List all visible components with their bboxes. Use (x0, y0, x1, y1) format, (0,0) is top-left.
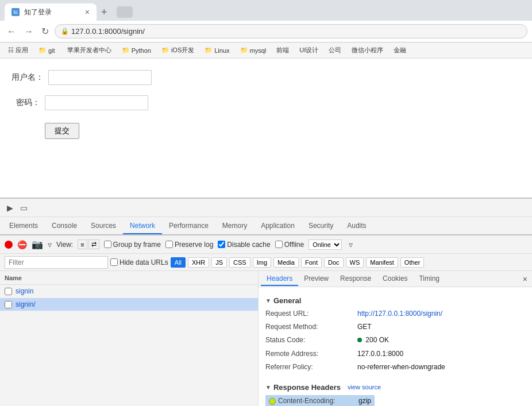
remote-address-key: Remote Address: (265, 349, 357, 359)
filter-doc-button[interactable]: Doc (324, 257, 344, 268)
offline-checkbox[interactable]: Offline (275, 241, 304, 249)
forward-button[interactable]: → (22, 25, 36, 38)
bookmark-python[interactable]: 📁 Python (118, 45, 155, 55)
lock-icon: 🔒 (61, 28, 69, 35)
filter-manifest-button[interactable]: Manifest (366, 257, 398, 268)
url-box[interactable]: 🔒 127.0.0.1:8000/signin/ (55, 24, 527, 38)
bookmark-ui[interactable]: UI设计 (296, 45, 322, 56)
table-row[interactable]: signin (0, 285, 258, 298)
filter-font-button[interactable]: Font (301, 257, 322, 268)
network-list-header: Name (0, 271, 258, 285)
request-url-row: Request URL: http://127.0.0.1:8000/signi… (265, 307, 525, 320)
group-by-frame-checkbox[interactable]: Group by frame (104, 241, 161, 249)
request-url-value: http://127.0.0.1:8000/signin/ (357, 308, 442, 319)
password-input[interactable] (45, 95, 148, 110)
filter-input[interactable] (5, 256, 108, 269)
username-input[interactable] (48, 70, 152, 85)
bookmark-ios[interactable]: 📁 iOS开发 (158, 45, 198, 56)
clear-button[interactable]: ⛔ (17, 240, 27, 249)
filter-xhr-button[interactable]: XHR (188, 257, 209, 268)
tab-extra (117, 6, 133, 18)
request-method-key: Request Method: (265, 322, 357, 332)
response-headers-section-header[interactable]: ▼ Response Headers view source (265, 383, 525, 392)
hide-data-urls-checkbox[interactable]: Hide data URLs (110, 258, 168, 266)
bookmark-apps[interactable]: ☷ 应用 (5, 45, 32, 56)
tab-audits[interactable]: Audits (340, 218, 373, 234)
bookmark-company[interactable]: 公司 (325, 45, 345, 56)
bookmark-git[interactable]: 📁 git (35, 45, 59, 55)
filter-js-button[interactable]: JS (211, 257, 227, 268)
filter-img-button[interactable]: Img (253, 257, 271, 268)
bookmark-linux[interactable]: 📁 Linux (201, 45, 233, 55)
throttle-select[interactable]: Online (309, 239, 342, 250)
general-section-title: General (273, 296, 301, 305)
filter-button[interactable]: ▿ (48, 240, 52, 249)
row-checkbox-signin[interactable] (5, 288, 12, 295)
apps-icon: ☷ (8, 47, 14, 54)
disable-cache-checkbox[interactable]: Disable cache (218, 241, 270, 249)
table-row[interactable]: signin/ (0, 298, 258, 311)
tab-elements[interactable]: Elements (2, 218, 45, 234)
devtools-filter2-bar: Hide data URLs All XHR JS CSS Img Media … (0, 254, 532, 271)
submit-button[interactable]: 提交 (45, 123, 79, 139)
bookmark-finance[interactable]: 金融 (390, 45, 410, 56)
row-name-signin-slash: signin/ (16, 300, 36, 308)
detail-tab-cookies[interactable]: Cookies (377, 272, 413, 286)
general-section-header[interactable]: ▼ General (265, 296, 525, 305)
detail-close-button[interactable]: × (523, 274, 527, 284)
record-button[interactable] (5, 241, 13, 249)
tab-memory[interactable]: Memory (215, 218, 254, 234)
reload-button[interactable]: ↻ (39, 25, 51, 38)
bookmark-wechat[interactable]: 微信小程序 (348, 45, 387, 56)
page-content: 用户名： 密码： 提交 (0, 59, 532, 198)
tab-network[interactable]: Network (123, 218, 162, 234)
inspect-element-button[interactable]: ▶ (5, 202, 16, 214)
hide-data-urls-label: Hide data URLs (119, 258, 168, 266)
tab-favicon: 知 (11, 8, 20, 16)
view-compact-button[interactable]: ⇄ (88, 239, 99, 249)
remote-address-value: 127.0.0.1:8000 (357, 349, 403, 359)
view-list-button[interactable]: ≡ (78, 239, 87, 249)
row-checkbox-signin-slash[interactable] (5, 301, 12, 308)
browser-tab[interactable]: 知 知了登录 × (5, 3, 97, 21)
tab-sources[interactable]: Sources (84, 218, 123, 234)
screenshot-button[interactable]: 📷 (32, 239, 43, 250)
status-green-dot (357, 338, 362, 342)
preserve-log-label: Preserve log (175, 241, 213, 249)
detail-tab-headers[interactable]: Headers (261, 272, 298, 286)
filter-css-button[interactable]: CSS (229, 257, 250, 268)
filter-other-button[interactable]: Other (400, 257, 425, 268)
bookmark-frontend[interactable]: 前端 (273, 45, 292, 56)
filter-media-button[interactable]: Media (273, 257, 299, 268)
username-row: 用户名： (11, 70, 521, 85)
devtools-toolbar: ▶ ▭ (0, 199, 532, 217)
folder-icon-ios: 📁 (161, 47, 169, 54)
tab-close-button[interactable]: × (85, 8, 90, 16)
network-rows: signin signin/ (0, 285, 258, 406)
view-source-link[interactable]: view source (348, 384, 381, 390)
filter-ws-button[interactable]: WS (346, 257, 364, 268)
preserve-log-checkbox[interactable]: Preserve log (165, 241, 213, 249)
tab-console[interactable]: Console (45, 218, 84, 234)
new-tab-button[interactable]: + (97, 6, 112, 18)
tab-security[interactable]: Security (302, 218, 340, 234)
disable-cache-label: Disable cache (227, 241, 270, 249)
filter-all-button[interactable]: All (171, 257, 186, 268)
throttle-chevron[interactable]: ▿ (346, 239, 355, 250)
tab-application[interactable]: Application (254, 218, 302, 234)
detail-tab-response[interactable]: Response (334, 272, 377, 286)
devtools-detail-panel: Headers Preview Response Cookies Timing … (259, 271, 532, 406)
back-button[interactable]: ← (5, 25, 18, 38)
referrer-policy-key: Referrer Policy: (265, 362, 357, 373)
bookmark-mysql[interactable]: 📁 mysql (237, 45, 270, 55)
url-text: 127.0.0.1:8000/signin/ (71, 27, 521, 36)
name-column-header: Name (5, 274, 22, 281)
password-label: 密码： (11, 98, 40, 108)
tab-performance[interactable]: Performance (162, 218, 215, 234)
bookmark-apple[interactable]: 苹果开发者中心 (62, 45, 115, 56)
device-toggle-button[interactable]: ▭ (18, 202, 30, 214)
detail-tab-timing[interactable]: Timing (413, 272, 445, 286)
detail-tab-preview[interactable]: Preview (298, 272, 334, 286)
content-encoding-key: Content-Encoding: (278, 396, 358, 406)
view-buttons: ≡ ⇄ (78, 239, 99, 249)
